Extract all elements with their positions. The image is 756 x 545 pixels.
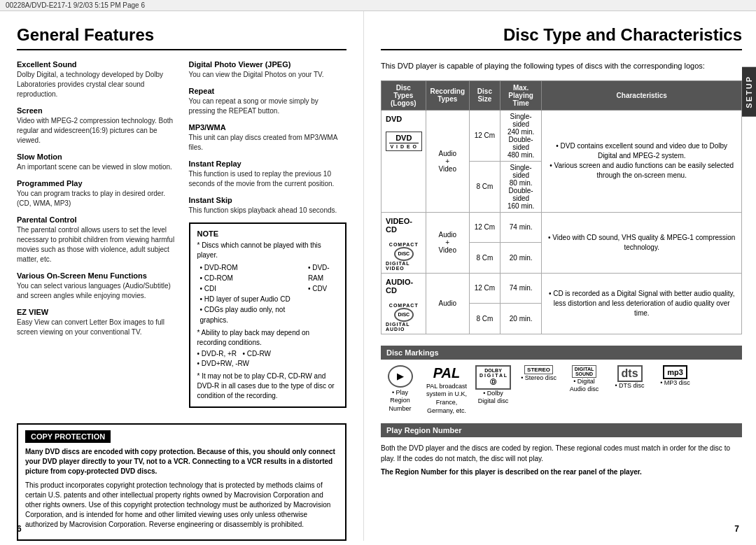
col-header-characteristics: Characteristics xyxy=(542,80,742,110)
page-left: General Features Excellent Sound Dolby D… xyxy=(0,11,364,541)
pal-label: PAL broadcastsystem in U.K,France,German… xyxy=(426,383,467,416)
feature-on-screen-menu: Various On-Screen Menu Functions You can… xyxy=(17,271,175,301)
disc-mark-mp3: mp3 • MP3 disc xyxy=(656,365,694,388)
disc-mark-digital-sound: DIGITALSOUND • DigitalAudio disc xyxy=(565,365,603,394)
copy-protection-title: COPY PROTECTION xyxy=(25,430,111,443)
left-columns: Excellent Sound Dolby Digital, a technol… xyxy=(17,60,346,413)
mp3-label: • MP3 disc xyxy=(660,379,690,388)
note-list1: DVD-ROM CD-ROM CDI HD layer of super Aud… xyxy=(200,262,294,325)
table-row-videocd: VIDEO-CD COMPACT DiSC DIGITAL VIDEO Audi… xyxy=(382,212,742,243)
digital-sound-icon: DIGITALSOUND xyxy=(572,365,596,378)
note-list2: DVD-RAM CDV xyxy=(308,262,338,325)
audiocd-size-12: 12 Cm xyxy=(470,273,500,304)
play-region-text: Both the DVD player and the discs are co… xyxy=(381,443,742,464)
audiocd-type-cell: AUDIO-CD COMPACT DiSC DIGITAL AUDIO xyxy=(382,273,426,334)
videocd-size-8: 8 Cm xyxy=(470,243,500,274)
disc-table: Disc Types(Logos) RecordingTypes Disc Si… xyxy=(381,80,742,334)
list-item: CDI xyxy=(200,283,294,294)
feature-slow-motion: Slow Motion An important scene can be vi… xyxy=(17,153,175,172)
play-region-icon: ▶ xyxy=(388,365,413,388)
audiocd-time-8: 20 min. xyxy=(500,304,542,334)
dvd-size-8: 8 Cm xyxy=(470,161,500,212)
stereo-label: • Stereo disc xyxy=(521,374,556,383)
disc-markings-row: ▶ • PlayRegionNumber PAL PAL broadcastsy… xyxy=(381,365,742,416)
feature-digital-photo: Digital Photo Viewer (JPEG) You can view… xyxy=(189,60,347,80)
dvd-characteristics: DVD contains excellent sound and video d… xyxy=(542,110,742,212)
disc-markings-header: Disc Markings xyxy=(381,346,742,360)
feature-instant-skip: Instant Skip This function skips playbac… xyxy=(189,196,347,215)
list-item: DVD-RAM xyxy=(308,262,338,283)
disc-mark-pal: PAL PAL broadcastsystem in U.K,France,Ge… xyxy=(426,365,467,416)
videocd-type-cell: VIDEO-CD COMPACT DiSC DIGITAL VIDEO xyxy=(382,212,426,273)
disc-mark-stereo: STEREO • Stereo disc xyxy=(519,365,558,383)
stereo-icon: STEREO xyxy=(524,365,553,374)
features-col1: Excellent Sound Dolby Digital, a technol… xyxy=(17,60,175,413)
dvd-time-12: Single-sided240 min.Double-sided480 min. xyxy=(500,110,542,161)
page-number-left: 6 xyxy=(17,524,22,534)
audiocd-characteristics: CD is recorded as a Digital Signal with … xyxy=(542,273,742,334)
dts-icon: dts xyxy=(617,365,643,382)
list-item: DVD-ROM xyxy=(200,262,294,273)
note-sublist: • DVD-R, +R • CD-RW • DVD+RW, -RW xyxy=(197,349,339,369)
copy-protection-box: COPY PROTECTION Many DVD discs are encod… xyxy=(17,423,346,541)
dolby-label: • DolbyDigital disc xyxy=(478,390,509,406)
list-item: CD-ROM xyxy=(200,273,294,283)
audiocd-time-12: 74 min. xyxy=(500,273,542,304)
setup-tab: SETUP xyxy=(742,67,756,117)
table-row-audiocd: AUDIO-CD COMPACT DiSC DIGITAL AUDIO Audi… xyxy=(382,273,742,304)
copy-protection-text2: This product incorporates copyright prot… xyxy=(25,481,338,530)
header-bar: 00228A/DVD-E217-1 9/2/03 5:15 PM Page 6 xyxy=(0,0,756,11)
main-content: General Features Excellent Sound Dolby D… xyxy=(0,11,756,541)
play-region-label: • PlayRegionNumber xyxy=(388,389,411,413)
col-header-disc-size: Disc Size xyxy=(470,80,500,110)
page-title-right: Disc Type and Characteristics xyxy=(381,25,742,50)
features-col2: Digital Photo Viewer (JPEG) You can view… xyxy=(189,60,347,413)
feature-repeat: Repeat You can repeat a song or movie si… xyxy=(189,87,347,116)
note-footnote2: * It may not be to play CD-R, CD-RW and … xyxy=(197,371,339,401)
dvd-recording-type: Audio+Video xyxy=(426,110,469,212)
digital-sound-label: • DigitalAudio disc xyxy=(570,378,599,394)
page-right: Disc Type and Characteristics This DVD p… xyxy=(364,11,756,541)
note-intro: * Discs which cannot be played with this… xyxy=(197,241,321,259)
play-region-bold-text: The Region Number for this player is des… xyxy=(381,468,742,476)
dvd-size-12: 12 Cm xyxy=(470,110,500,161)
dts-label: • DTS disc xyxy=(615,382,644,390)
videocd-logo: COMPACT DiSC DIGITAL VIDEO xyxy=(386,242,422,271)
feature-parental-control: Parental Control The parental control al… xyxy=(17,215,175,264)
mp3-icon: mp3 xyxy=(663,365,687,379)
dolby-icon: DOLBY D I G I T A L Ⓓ xyxy=(475,365,511,390)
note-box: NOTE * Discs which cannot be played with… xyxy=(189,222,347,408)
disc-mark-dolby: DOLBY D I G I T A L Ⓓ • DolbyDigital dis… xyxy=(474,365,512,406)
dvd-time-8: Single-sided80 min.Double-sided160 min. xyxy=(500,161,542,212)
disc-mark-play-region: ▶ • PlayRegionNumber xyxy=(381,365,419,413)
header-text: 00228A/DVD-E217-1 9/2/03 5:15 PM Page 6 xyxy=(6,1,145,9)
dvd-type-cell: DVD DVD V I D E O xyxy=(382,110,426,212)
pal-icon: PAL xyxy=(433,365,461,381)
dvd-logo: DVD V I D E O xyxy=(386,132,422,151)
disc-mark-dts: dts • DTS disc xyxy=(610,365,649,390)
list-item: CDGs play audio only, not graphics. xyxy=(200,304,294,325)
list-item: HD layer of super Audio CD xyxy=(200,294,294,304)
videocd-characteristics: Video with CD sound, VHS quality & MPEG-… xyxy=(542,212,742,273)
col-header-disc-types: Disc Types(Logos) xyxy=(382,80,426,110)
note-footnote1: * Ability to play back may depend on rec… xyxy=(197,328,339,348)
feature-mp3-wma: MP3/WMA This unit can play discs created… xyxy=(189,123,347,153)
audiocd-size-8: 8 Cm xyxy=(470,304,500,334)
videocd-recording-type: Audio+Video xyxy=(426,212,469,273)
copy-protection-text1: Many DVD discs are encoded with copy pro… xyxy=(25,447,338,476)
feature-excellent-sound: Excellent Sound Dolby Digital, a technol… xyxy=(17,60,175,99)
audiocd-recording-type: Audio xyxy=(426,273,469,334)
col-header-max-playing-time: Max.Playing Time xyxy=(500,80,542,110)
feature-programmed-play: Programmed Play You can program tracks t… xyxy=(17,179,175,208)
videocd-time-12: 74 min. xyxy=(500,212,542,243)
page-title-left: General Features xyxy=(17,25,346,50)
table-row-dvd: DVD DVD V I D E O Audio+Video 12 Cm Sing… xyxy=(382,110,742,161)
list-item: CDV xyxy=(308,283,338,294)
col-header-recording-types: RecordingTypes xyxy=(426,80,469,110)
feature-screen: Screen Video with MPEG-2 compression tec… xyxy=(17,106,175,146)
videocd-time-8: 20 min. xyxy=(500,243,542,274)
play-region-header: Play Region Number xyxy=(381,423,742,437)
feature-instant-replay: Instant Replay This function is used to … xyxy=(189,160,347,189)
page-number-right: 7 xyxy=(734,524,739,534)
feature-ez-view: EZ VIEW Easy View can convert Letter Box… xyxy=(17,308,175,337)
